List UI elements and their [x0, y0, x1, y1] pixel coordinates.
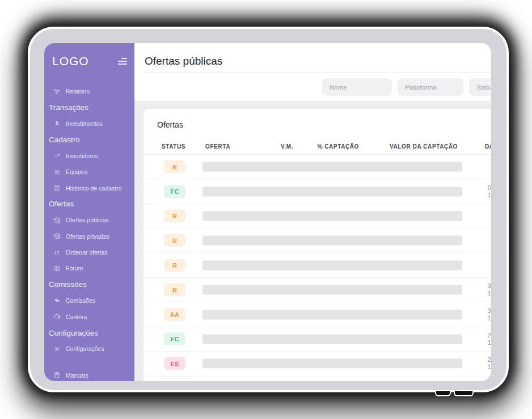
main-content: Ofertas públicas Ofertas STATUSOFERTAV.M… — [134, 43, 491, 381]
sidebar-section-label: Transações — [49, 103, 88, 112]
sidebar: LOGO RelatórioTransações$InvestimentosCa… — [44, 43, 134, 381]
filters-bar — [134, 78, 491, 96]
sidebar-section-ofertas: Ofertas — [44, 196, 134, 212]
column-header-status: STATUS — [162, 142, 185, 151]
table-row[interactable]: AA3117 — [143, 302, 491, 327]
sidebar-item-label: Ofertas privadas — [66, 233, 109, 240]
status-badge: R — [164, 259, 185, 272]
row-date: 3012 — [470, 282, 491, 297]
column-header-captacao: % CAPTAÇÃO — [302, 142, 359, 151]
device-frame: LOGO RelatórioTransações$InvestimentosCa… — [28, 27, 509, 392]
sidebar-section-label: Ofertas — [49, 200, 74, 208]
sidebar-item-manuais[interactable]: Manuais — [44, 367, 134, 381]
sidebar-section-comissoes: Comissões — [44, 277, 134, 293]
sidebar-item-investimentos[interactable]: $Investimentos — [44, 116, 134, 132]
cube-public-icon — [53, 216, 61, 224]
table-row[interactable]: FC2715 — [143, 327, 491, 352]
offers-card: Ofertas STATUSOFERTAV.M.% CAPTAÇÃOVALOR … — [143, 109, 491, 381]
table-row[interactable]: R- — [143, 253, 491, 278]
table-header-row: STATUSOFERTAV.M.% CAPTAÇÃOVALOR DA CAPTA… — [143, 142, 491, 151]
sidebar-item-label: Equipes — [66, 168, 87, 175]
sidebar-item-label: Investimentos — [66, 120, 103, 127]
column-header-da: DA — [485, 142, 491, 151]
sidebar-item-configuracoes[interactable]: Configurações — [44, 341, 134, 357]
page-title: Ofertas públicas — [145, 55, 222, 67]
skeleton-bar — [202, 310, 462, 319]
cube-lock-icon — [53, 232, 61, 240]
sidebar-section-label: Comissões — [49, 280, 87, 289]
sidebar-section-label: Cadastro — [49, 136, 80, 144]
sidebar-item-label: Manuais — [66, 372, 88, 379]
status-badge: R — [164, 209, 185, 222]
sidebar-item-historico-de-cadastro[interactable]: Histórico de cadastro — [44, 180, 134, 196]
filter-status-input[interactable] — [469, 78, 491, 96]
skeleton-bar — [202, 162, 462, 172]
sidebar-section-label: Configurações — [49, 329, 98, 337]
sidebar-section-cadastro: Cadastro — [44, 132, 134, 147]
status-badge: FS — [164, 357, 185, 370]
wallet-icon — [53, 313, 61, 321]
sidebar-item-comissoes[interactable]: %Comissões — [44, 293, 134, 308]
svg-text:$: $ — [56, 121, 58, 126]
table-row[interactable]: R- — [143, 204, 491, 228]
sidebar-item-equipes[interactable]: Equipes — [44, 164, 134, 180]
app-logo: LOGO — [52, 54, 89, 68]
sidebar-item-label: Ordenar ofertas — [66, 249, 108, 256]
sidebar-item-label: Ofertas públicas — [66, 217, 109, 223]
book-icon — [53, 371, 61, 379]
skeleton-bar — [202, 359, 462, 369]
status-badge: R — [164, 283, 185, 297]
sidebar-item-ofertas-publicas[interactable]: Ofertas públicas — [44, 212, 134, 228]
row-date: - — [470, 237, 491, 244]
trending-up-icon — [53, 152, 61, 160]
table-row[interactable]: R- — [143, 155, 491, 179]
filter-plataforma-input[interactable] — [398, 78, 463, 96]
status-badge: R — [164, 160, 185, 173]
row-date: 0312 — [470, 184, 491, 199]
column-header-valor-da-captacao: VALOR DA CAPTAÇÃO — [378, 142, 458, 151]
bubble-chart-icon — [53, 87, 61, 95]
hamburger-icon — [121, 58, 127, 59]
skeleton-bar — [202, 236, 462, 246]
menu-toggle-button[interactable] — [118, 56, 127, 66]
column-header-v-m: V.M. — [257, 142, 293, 151]
row-date: - — [470, 212, 491, 219]
row-date: - — [470, 261, 491, 269]
table-row[interactable]: R3012 — [143, 278, 491, 302]
people-icon — [53, 168, 61, 176]
sidebar-item-label: Histórico de cadastro — [66, 185, 122, 192]
row-date: 2715 — [470, 356, 491, 371]
sidebar-item-relatorio[interactable]: Relatório — [44, 83, 134, 99]
table-row[interactable]: FS2715 — [143, 352, 491, 376]
skeleton-bar — [202, 187, 462, 196]
sidebar-item-ordenar-ofertas[interactable]: Ordenar ofertas — [44, 244, 134, 260]
table-row[interactable]: R- — [143, 228, 491, 253]
status-badge: R — [164, 234, 185, 247]
sidebar-item-forum[interactable]: Fórum — [44, 260, 134, 276]
sidebar-item-investidores[interactable]: Investidores — [44, 148, 134, 164]
device-notch — [454, 391, 474, 396]
column-header-oferta: OFERTA — [205, 142, 230, 151]
status-badge: AA — [164, 308, 185, 321]
skeleton-bar — [202, 334, 462, 344]
sidebar-section-configuracoes: Configurações — [44, 325, 134, 341]
skeleton-bar — [202, 211, 462, 221]
skeleton-bar — [202, 285, 462, 295]
sort-arrows-icon — [53, 248, 61, 256]
sidebar-item-label: Fórum — [66, 265, 83, 272]
offers-table: R-FC0312R-R-R-R3012AA3117FC2715FS2715FS2… — [143, 155, 491, 381]
header-divider — [143, 72, 491, 73]
filter-nome-input[interactable] — [322, 78, 392, 96]
row-date: - — [470, 163, 491, 171]
sidebar-item-ofertas-privadas[interactable]: Ofertas privadas — [44, 228, 134, 244]
sidebar-item-label: Comissões — [66, 297, 95, 304]
row-date: 2715 — [470, 332, 491, 346]
dollar-icon: $ — [53, 120, 61, 128]
sidebar-item-label: Investidores — [66, 153, 98, 159]
percent-icon: % — [53, 297, 61, 304]
table-row[interactable]: FC0312 — [143, 179, 491, 204]
sidebar-item-label: Relatório — [66, 88, 90, 95]
table-row[interactable]: FS24 — [143, 376, 491, 381]
sidebar-item-label: Configurações — [66, 345, 104, 352]
sidebar-item-carteira[interactable]: Carteira — [44, 308, 134, 324]
